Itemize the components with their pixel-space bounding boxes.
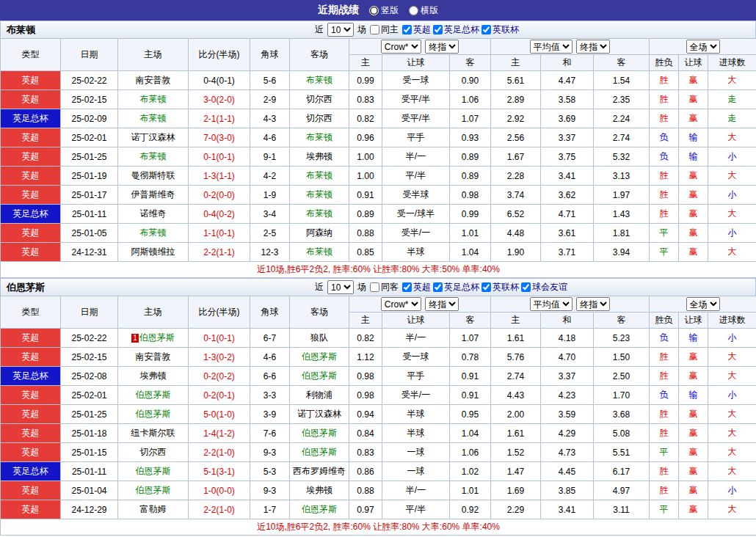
games-label: 场 — [357, 281, 366, 293]
match-row: 英超 25-02-01 诺丁汉森林 7-0(3-0) 4-6 布莱顿 0.96 … — [1, 128, 756, 147]
cell-book-home-odds: 0.86 — [349, 462, 382, 481]
cell-result-wdl: 平 — [650, 243, 679, 262]
subcol-handicap-result: 让球 — [679, 55, 708, 71]
avg-stage-select[interactable]: 终指 — [576, 297, 610, 311]
cell-avg-draw: 4.70 — [541, 348, 594, 367]
cell-date: 25-01-05 — [61, 224, 118, 243]
col-group-average: 平均值 终指 — [491, 39, 650, 55]
fulltime-select[interactable]: 全场 — [686, 40, 720, 54]
cell-book-away-odds: 1.07 — [450, 329, 491, 348]
cell-book-away-odds: 0.91 — [450, 386, 491, 405]
cell-home-team: 伊普斯维奇 — [118, 186, 189, 205]
cell-league: 英超 — [1, 147, 61, 167]
cell-league: 英足总杯 — [1, 109, 61, 128]
vertical-radio[interactable] — [369, 6, 379, 15]
league-checkbox[interactable] — [433, 282, 443, 292]
cell-book-handicap: 受一/球半 — [382, 205, 450, 224]
cell-score: 1-3(0-2) — [189, 348, 250, 367]
subcol-result: 胜负 — [650, 55, 679, 71]
league-checkbox[interactable] — [433, 25, 443, 34]
average-select[interactable]: 平均值 — [530, 297, 573, 311]
cell-result-handicap: 赢 — [679, 405, 708, 424]
cell-result-goals: 大 — [708, 424, 756, 443]
cell-avg-away: 2.24 — [594, 109, 650, 128]
home-team-name: 切尔西 — [140, 447, 167, 457]
league-filter[interactable]: 英足总杯 — [433, 281, 479, 293]
games-label: 场 — [357, 23, 366, 36]
cell-book-home-odds: 0.96 — [349, 128, 382, 147]
league-checkbox[interactable] — [521, 282, 531, 292]
same-venue-filter[interactable]: 同主 — [370, 23, 399, 36]
league-filter[interactable]: 英超 — [402, 23, 431, 36]
same-away-checkbox[interactable] — [370, 282, 379, 292]
match-row: 英超 25-02-15 布莱顿 3-0(2-0) 2-9 切尔西 0.83 受平… — [1, 90, 756, 109]
cell-corners: 9-1 — [250, 147, 290, 167]
cell-avg-home: 5.61 — [491, 71, 541, 90]
bookmaker-select[interactable]: Crow* — [381, 297, 421, 311]
cell-avg-home: 1.47 — [491, 462, 541, 481]
cell-book-handicap: 平/半 — [382, 500, 450, 519]
cell-result-goals: 大 — [708, 243, 756, 262]
cell-result-goals: 大 — [708, 128, 756, 147]
cell-avg-away: 1.70 — [594, 386, 650, 405]
cell-book-handicap: 受一球 — [382, 348, 450, 367]
odds-stage-select[interactable]: 终指 — [425, 297, 459, 311]
fulltime-select[interactable]: 全场 — [686, 297, 720, 311]
home-team-name: 伯恩茅斯 — [136, 485, 171, 495]
cell-corners: 9-3 — [250, 443, 290, 462]
vertical-radio-label: 竖版 — [381, 4, 399, 17]
cell-score: 5-1(3-1) — [189, 462, 250, 481]
col-score: 比分(半场) — [189, 296, 250, 329]
summary-text: 近10场,胜6平2负2, 胜率:60% 让胜率:80% 大率:50% 单率:40… — [1, 262, 756, 278]
cell-away-team: 伯恩茅斯 — [290, 443, 349, 462]
matches-body: 英超 25-02-22 1伯恩茅斯 0-1(0-1) 6-7 狼队 0.82 半… — [1, 329, 756, 519]
cell-result-handicap: 赢 — [679, 367, 708, 386]
league-filter[interactable]: 英超 — [402, 281, 431, 293]
col-corners: 角球 — [250, 39, 290, 71]
subcol-avg-home: 主 — [491, 313, 541, 329]
cell-avg-draw: 4.47 — [541, 71, 594, 90]
cell-result-goals: 大 — [708, 500, 756, 519]
subcol-avg-away: 客 — [594, 313, 650, 329]
cell-book-home-odds: 1.00 — [349, 147, 382, 167]
league-checkbox[interactable] — [402, 282, 412, 292]
cell-away-team: 埃弗顿 — [290, 481, 349, 500]
bookmaker-select[interactable]: Crow* — [381, 40, 421, 54]
home-team-name: 纽卡斯尔联 — [131, 428, 175, 438]
league-checkbox[interactable] — [402, 25, 412, 34]
league-filter[interactable]: 英联杯 — [481, 23, 519, 36]
league-filter[interactable]: 球会友谊 — [521, 281, 567, 293]
odds-stage-select[interactable]: 终指 — [425, 40, 459, 54]
summary-text: 近10场,胜6平2负2, 胜率:60% 让胜率:80% 大率:60% 单率:40… — [1, 519, 756, 536]
match-row: 英超 25-01-05 布莱顿 1-1(0-1) 2-5 阿森纳 0.88 受半… — [1, 224, 756, 243]
col-corners: 角球 — [250, 296, 290, 329]
layout-vertical-option[interactable]: 竖版 — [369, 4, 399, 17]
league-filter[interactable]: 英足总杯 — [433, 23, 479, 36]
league-checkbox[interactable] — [481, 25, 491, 34]
topbar: 近期战绩 竖版 横版 — [0, 0, 756, 21]
cell-book-home-odds: 0.88 — [349, 224, 382, 243]
match-count-select[interactable]: 10 — [327, 23, 354, 37]
cell-avg-home: 4.48 — [491, 224, 541, 243]
average-select[interactable]: 平均值 — [530, 40, 573, 54]
col-home: 主场 — [118, 296, 189, 329]
cell-book-handicap: 受一球 — [382, 71, 450, 90]
horizontal-radio[interactable] — [409, 6, 418, 15]
same-venue-filter[interactable]: 同客 — [370, 281, 399, 293]
cell-result-wdl: 胜 — [650, 481, 679, 500]
cell-result-handicap: 赢 — [679, 90, 708, 109]
avg-stage-select[interactable]: 终指 — [576, 40, 610, 54]
cell-date: 25-02-08 — [61, 367, 118, 386]
header-row-groups: 类型 日期 主场 比分(半场) 角球 客场 Crow* 终指 平均值 终指 — [1, 296, 756, 313]
cell-result-handicap: 赢 — [679, 348, 708, 367]
col-league: 类型 — [1, 296, 61, 329]
match-count-select[interactable]: 10 — [327, 280, 354, 294]
league-checkbox[interactable] — [481, 282, 491, 292]
league-filter[interactable]: 英联杯 — [481, 281, 519, 293]
layout-horizontal-option[interactable]: 横版 — [409, 4, 438, 17]
same-home-checkbox[interactable] — [370, 25, 379, 34]
cell-score: 0-1(0-1) — [189, 329, 250, 348]
cell-date: 25-01-17 — [61, 186, 118, 205]
cell-away-team: 伯恩茅斯 — [290, 500, 349, 519]
cell-result-goals: 大 — [708, 405, 756, 424]
